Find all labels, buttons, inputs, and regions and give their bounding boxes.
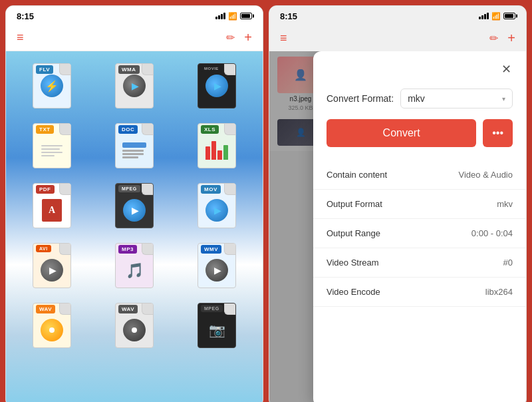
right-status-bar: 8:15 📶 [269, 6, 526, 25]
convert-button[interactable]: Convert [327, 119, 476, 147]
right-signal-icon [479, 13, 489, 19]
right-pencil-icon[interactable]: ✏ [489, 32, 498, 45]
buttons-row: Convert ••• [313, 119, 526, 160]
left-toolbar: ≡ ✏ + [6, 25, 263, 51]
modal-close-row: ✕ [313, 51, 526, 83]
list-item[interactable]: PDF A [14, 179, 90, 232]
modal-overlay: ✕ Convert Format: mkv ▾ Convert ••• [269, 51, 526, 402]
video-encode-label: Video Encode [327, 287, 380, 297]
output-range-label: Output Range [327, 228, 380, 238]
list-item[interactable]: WMV ▶ [179, 239, 255, 292]
modal-close-button[interactable]: ✕ [497, 61, 515, 78]
left-status-icons: 📶 [215, 12, 252, 21]
right-battery-icon [503, 13, 515, 19]
right-time: 8:15 [280, 11, 297, 21]
info-row-output-range: Output Range 0:00 - 0:04 [313, 219, 526, 248]
video-stream-label: Video Stream [327, 258, 379, 268]
app-grid: FLV ⚡ WMA ▶ [14, 59, 255, 352]
left-time: 8:15 [17, 11, 34, 21]
list-item[interactable]: TXT [14, 119, 90, 172]
phone-right: 8:15 📶 ≡ ✏ + 👤 [269, 5, 527, 402]
format-row: Convert Format: mkv ▾ [313, 83, 526, 119]
contain-content-label: Contain content [327, 170, 387, 180]
format-select[interactable]: mkv ▾ [400, 89, 513, 108]
list-item[interactable]: DOC [96, 119, 172, 172]
left-toolbar-right: ✏ + [226, 30, 252, 45]
left-status-bar: 8:15 📶 [6, 6, 263, 25]
right-wifi-icon: 📶 [491, 12, 501, 21]
right-toolbar: ≡ ✏ + [269, 25, 526, 51]
list-item[interactable]: MPEG 📷 [179, 299, 255, 352]
app-grid-container: FLV ⚡ WMA ▶ [6, 51, 263, 402]
format-label: Convert Format: [327, 93, 394, 104]
wifi-icon: 📶 [228, 12, 237, 21]
list-item[interactable]: AVI ▶ [14, 239, 90, 292]
list-item[interactable]: WMA ▶ [96, 59, 172, 112]
contain-content-value: Video & Audio [459, 170, 513, 180]
dropdown-arrow-icon: ▾ [502, 95, 505, 102]
video-encode-value: libx264 [485, 287, 513, 297]
list-item[interactable]: FLV ⚡ [14, 59, 90, 112]
signal-icon [215, 13, 225, 19]
list-item[interactable]: MOVIE ▶ [179, 59, 255, 112]
output-range-value: 0:00 - 0:04 [471, 228, 513, 238]
video-stream-value: #0 [503, 258, 513, 268]
list-item[interactable]: WAV [14, 299, 90, 352]
list-item[interactable]: WAV [96, 299, 172, 352]
selected-format: mkv [408, 93, 425, 104]
list-item[interactable]: MOV ▶ [179, 179, 255, 232]
right-toolbar-right: ✏ + [489, 31, 515, 46]
more-options-button[interactable]: ••• [483, 119, 513, 147]
info-row-video-stream: Video Stream #0 [313, 248, 526, 278]
info-row-contain-content: Contain content Video & Audio [313, 160, 526, 190]
plus-icon[interactable]: + [244, 30, 252, 45]
hamburger-icon[interactable]: ≡ [17, 31, 23, 45]
convert-modal: ✕ Convert Format: mkv ▾ Convert ••• [313, 51, 526, 402]
right-hamburger-icon[interactable]: ≡ [280, 31, 287, 45]
list-item[interactable]: MPEG ▶ [96, 179, 172, 232]
info-row-video-encode: Video Encode libx264 [313, 278, 526, 307]
list-item[interactable]: MP3 🎵 [96, 239, 172, 292]
info-row-output-format: Output Format mkv [313, 190, 526, 219]
right-status-icons: 📶 [479, 12, 515, 21]
pencil-icon[interactable]: ✏ [226, 31, 235, 44]
list-item[interactable]: XLS [179, 119, 255, 172]
right-content: 👤 n3.jpeg 325.0 KB mainbg-4.jpg 28.4 KB … [269, 51, 526, 402]
phone-left: 8:15 📶 ≡ ✏ + [5, 5, 263, 402]
battery-icon [240, 13, 252, 19]
output-format-value: mkv [497, 199, 513, 209]
output-format-label: Output Format [327, 199, 382, 209]
right-plus-icon[interactable]: + [507, 31, 515, 46]
